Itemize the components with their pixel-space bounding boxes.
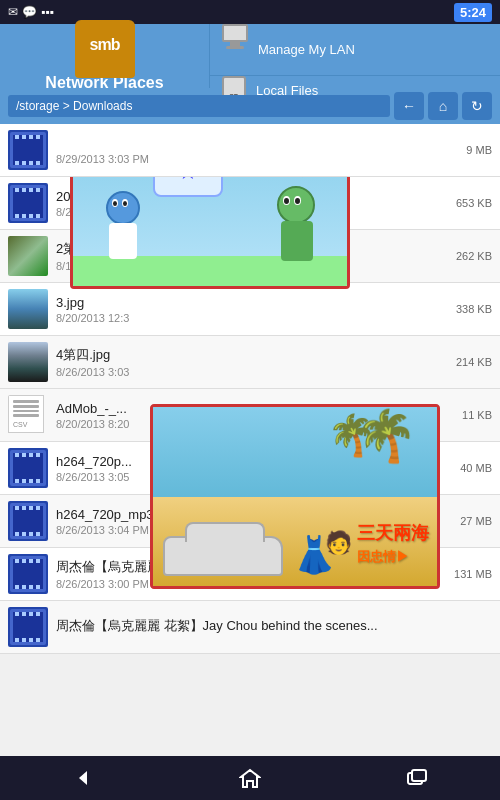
file-thumbnail xyxy=(8,130,48,170)
list-item[interactable]: 8/29/2013 3:03 PM 9 MB xyxy=(0,124,500,177)
message-icon: 💬 xyxy=(22,5,37,19)
file-info: 3.jpg 8/20/2013 12:3 xyxy=(56,295,448,324)
file-thumbnail: CSV xyxy=(8,395,48,435)
file-thumbnail xyxy=(8,501,48,541)
file-meta: 8/26/2013 3:03 xyxy=(56,366,448,378)
back-nav-button[interactable]: ← xyxy=(394,92,424,120)
manage-my-lan-label: Manage My LAN xyxy=(258,42,355,57)
file-name xyxy=(56,136,458,151)
file-info: 周杰倫【烏克麗麗 花絮】Jay Chou behind the scenes..… xyxy=(56,617,484,637)
beach-preview[interactable]: 🌴 🌴 👗 🧑 三天兩海因忠情▶ xyxy=(150,404,440,589)
file-thumbnail xyxy=(8,289,48,329)
file-thumbnail xyxy=(8,448,48,488)
file-size: 40 MB xyxy=(460,462,492,474)
file-thumbnail xyxy=(8,236,48,276)
signal-icon: ▪▪▪ xyxy=(41,5,54,19)
email-icon: ✉ xyxy=(8,5,18,19)
smb-icon: smb xyxy=(75,20,135,70)
list-item[interactable]: 周杰倫【烏克麗麗 花絮】Jay Chou behind the scenes..… xyxy=(0,601,500,654)
lan-icon xyxy=(222,24,248,75)
status-icons: ✉ 💬 ▪▪▪ xyxy=(8,5,54,19)
svg-marker-1 xyxy=(241,770,259,787)
file-size: 338 KB xyxy=(456,303,492,315)
file-size: 214 KB xyxy=(456,356,492,368)
list-item[interactable]: 3.jpg 8/20/2013 12:3 338 KB xyxy=(0,283,500,336)
home-nav-button[interactable]: ⌂ xyxy=(428,92,458,120)
file-info: 4第四.jpg 8/26/2013 3:03 xyxy=(56,346,448,378)
file-thumbnail xyxy=(8,554,48,594)
beach-text: 三天兩海因忠情▶ xyxy=(357,521,429,566)
file-size: 653 KB xyxy=(456,197,492,209)
file-size: 9 MB xyxy=(466,144,492,156)
file-meta: 8/29/2013 3:03 PM xyxy=(56,153,458,165)
file-name: 4第四.jpg xyxy=(56,346,448,364)
back-button[interactable] xyxy=(63,763,103,793)
refresh-nav-button[interactable]: ↻ xyxy=(462,92,492,120)
nav-items: Manage My LAN SD Local Files xyxy=(210,24,500,88)
home-button[interactable] xyxy=(230,763,270,793)
bottom-bar xyxy=(0,756,500,800)
file-size: 262 KB xyxy=(456,250,492,262)
network-places-title: smb Network Places xyxy=(0,24,210,88)
file-thumbnail xyxy=(8,342,48,382)
file-size: 11 KB xyxy=(462,409,492,421)
file-thumbnail xyxy=(8,183,48,223)
file-info: 8/29/2013 3:03 PM xyxy=(56,136,458,165)
recent-apps-button[interactable] xyxy=(397,763,437,793)
breadcrumb-path: /storage > Downloads xyxy=(8,95,390,117)
file-meta: 8/20/2013 12:3 xyxy=(56,312,448,324)
file-size: 131 MB xyxy=(454,568,492,580)
top-nav: smb Network Places Manage My LAN SD Loca… xyxy=(0,24,500,88)
file-name: 3.jpg xyxy=(56,295,448,310)
file-name: 周杰倫【烏克麗麗 花絮】Jay Chou behind the scenes..… xyxy=(56,617,484,635)
status-time: 5:24 xyxy=(454,3,492,22)
file-size: 27 MB xyxy=(460,515,492,527)
list-item[interactable]: 4第四.jpg 8/26/2013 3:03 214 KB xyxy=(0,336,500,389)
svg-rect-3 xyxy=(412,770,426,781)
file-list: 8/29/2013 3:03 PM 9 MB ★ 🎸 xyxy=(0,124,500,756)
svg-marker-0 xyxy=(79,771,87,785)
manage-my-lan-button[interactable]: Manage My LAN xyxy=(210,24,500,76)
file-thumbnail xyxy=(8,607,48,647)
